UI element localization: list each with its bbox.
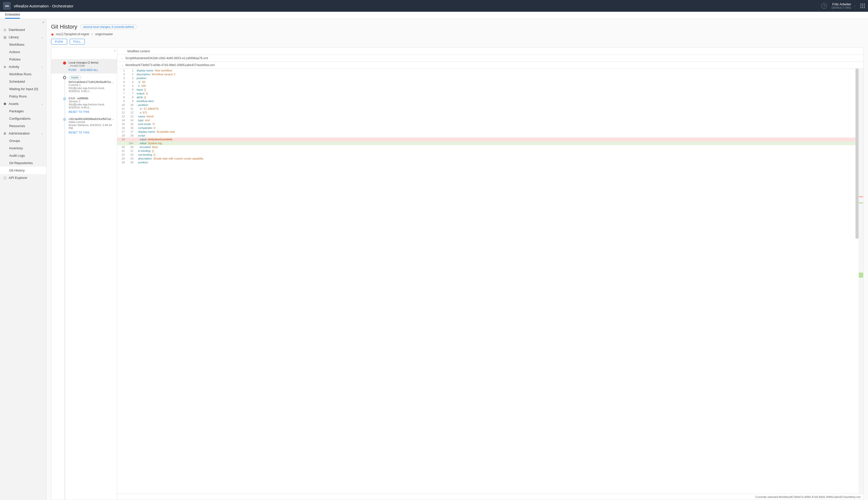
pull-button[interactable]: PULL [70, 39, 85, 44]
diff-line: 55 x: 100 [117, 84, 863, 88]
commit-title: Local changes (2 items) [69, 61, 114, 64]
diff-line: 77output: {} [117, 92, 863, 95]
page-title: Git History [51, 23, 77, 30]
sidebar-label: Policy Runs [9, 94, 27, 98]
sidebar-item-assets[interactable]: ⬢Assets⌄ [0, 100, 46, 107]
commit-author-date: fritz@coke.sqa-horizon.local, 9/3/2019, … [69, 103, 114, 109]
sidebar-item-packages[interactable]: Packages [0, 107, 46, 115]
apps-grid-icon[interactable] [860, 3, 865, 8]
diff-body[interactable]: 11display-name: New workflow22descriptio… [117, 69, 863, 493]
sidebar-item-waiting[interactable]: Waiting for Input (0) [0, 85, 46, 93]
library-icon: ▤ [3, 35, 7, 39]
branch-tag: master [69, 76, 81, 79]
sidebar-label: Scheduled [9, 80, 25, 83]
diff-line: 2222 out-binding: {} [117, 153, 863, 157]
chevron-down-icon: ⌄ [854, 4, 856, 8]
commit-message: Initial commit [69, 121, 114, 124]
diff-line: 2424 position: [117, 160, 863, 164]
commit-item[interactable]: 0.0.0 - ed98b8b Version 2 fritz@coke.sqa… [51, 95, 117, 115]
sidebar-label: Inventory [9, 146, 23, 150]
branch-icon: ⑂ [91, 32, 93, 36]
diff-line: 88attrib: [] [117, 95, 863, 99]
statusbar-path: Workflow/673b9d73-d09d-47d3-99e0-2f4851a… [779, 496, 860, 499]
commit-message: Commit 1 [69, 83, 114, 87]
sidebar-label: Configurations [9, 117, 31, 121]
sidebar-item-dashboard[interactable]: ◷Dashboard [0, 26, 46, 33]
git-icon: ◆ [51, 32, 54, 36]
chevron-down-icon: ⌄ [41, 102, 43, 105]
subtab-bar: Embedded [0, 12, 868, 19]
commit-title: 0.0.0 - ed98b8b [69, 97, 114, 100]
sidebar-item-git-repositories[interactable]: Git Repositories [0, 159, 46, 167]
sidebar-item-activity[interactable]: ≣Activity⌄ [0, 63, 46, 70]
vmware-logo: vm [3, 2, 11, 10]
sidebar-item-git-history[interactable]: Git History [0, 167, 46, 174]
commit-item[interactable]: master 0d7e1a63edc271d4128cf0a387ecd4808… [51, 73, 117, 95]
diff-file-path: ScriptModule/ee6342b8-c0b0-4d45-9933-e11… [125, 56, 208, 60]
commit-author-date: fritz@coke.sqa-horizon.local, 9/3/2019, … [69, 87, 114, 93]
push-link[interactable]: PUSH [69, 69, 76, 71]
diff-minimap[interactable] [858, 69, 863, 493]
sidebar-label: Waiting for Input (0) [9, 87, 38, 91]
sidebar-item-resources[interactable]: Resources [0, 122, 46, 130]
head-commit-dot-icon [63, 76, 66, 79]
chevron-down-icon: ⌄ [41, 65, 43, 68]
chevron-down-icon: ⌄ [41, 132, 43, 135]
commit-message: Version 2 [69, 100, 114, 103]
sidebar-label: Actions [9, 50, 20, 54]
sidebar-label: Git History [9, 169, 25, 172]
diff-line: 19+ value: System.log [117, 141, 863, 145]
tab-embedded[interactable]: Embedded [5, 11, 20, 19]
sidebar-item-api-explorer[interactable]: ▢API Explorer [0, 174, 46, 181]
commit-author-date: Rosen Stefanov, 9/3/2019, 3:49:24 PM [69, 124, 114, 130]
branch-name: origin/master [95, 32, 113, 36]
sidebar-item-configurations[interactable]: Configurations [0, 115, 46, 122]
diff-line: 44 'y': 50 [117, 80, 863, 84]
sidebar-label: Policies [9, 57, 21, 61]
diff-line: 22description: Workflow version 2 [117, 72, 863, 76]
sidebar-label: Git Repositories [9, 161, 33, 165]
user-menu[interactable]: Fritz Arbeiter DEFAULT-ORG ⌄ [832, 2, 856, 10]
api-icon: ▢ [3, 176, 7, 180]
commit-item[interactable]: c32c3a305104936ba923cef507a28e23897fd...… [51, 115, 117, 136]
history-collapse-icon[interactable]: « [114, 49, 115, 52]
sidebar: « ◷Dashboard ▤Library⌄ Workflows Actions… [0, 19, 46, 500]
sidebar-item-administration[interactable]: ✿Administration⌄ [0, 130, 46, 137]
sidebar-item-audit-logs[interactable]: Audit Logs [0, 152, 46, 159]
commit-local-changes[interactable]: Local changes (2 items) , Invalid Date P… [51, 59, 117, 73]
sidebar-item-workflows[interactable]: Workflows [0, 41, 46, 48]
diff-line: 1212 x: 971 [117, 111, 863, 115]
sidebar-label: Dashboard [9, 28, 25, 32]
sidebar-label: Audit Logs [9, 154, 25, 158]
help-icon[interactable]: ? [821, 3, 827, 9]
diff-line: 1515 end-mode: '0' [117, 122, 863, 126]
sidebar-collapse-icon[interactable]: « [42, 20, 44, 24]
sidebar-item-policies[interactable]: Policies [0, 56, 46, 63]
sidebar-item-groups[interactable]: Groups [0, 137, 46, 145]
sidebar-item-scheduled[interactable]: Scheduled [0, 78, 46, 85]
user-org: DEFAULT-ORG [832, 6, 851, 9]
reset-link[interactable]: RESET TO THIS [69, 111, 89, 113]
reset-link[interactable]: RESET TO THIS [69, 131, 89, 134]
push-button[interactable]: PUSH [51, 39, 67, 44]
sidebar-item-workflow-runs[interactable]: Workflow Runs [0, 70, 46, 78]
diff-line: 1010- position: [117, 103, 863, 107]
chevron-down-icon: ⌄ [41, 36, 43, 38]
scrollbar-thumb[interactable] [856, 69, 858, 239]
sidebar-label: Resources [9, 124, 25, 128]
diff-line: 19- value: VcSystemEventInfo [117, 138, 863, 141]
discard-all-link[interactable]: DISCARD ALL [80, 69, 99, 71]
diff-file-expanded[interactable]: ⌄ Workflow/673b9d73-d09d-47d3-99e0-2f485… [117, 62, 863, 69]
user-name: Fritz Arbeiter [832, 2, 851, 7]
sidebar-label: API Explorer [9, 176, 27, 180]
diff-line: 2323 description: Simple task with custo… [117, 157, 863, 160]
sidebar-item-actions[interactable]: Actions [0, 48, 46, 56]
sidebar-item-policy-runs[interactable]: Policy Runs [0, 93, 46, 100]
diff-header: Modified content [117, 48, 863, 55]
admin-icon: ✿ [3, 132, 7, 135]
activity-icon: ≣ [3, 65, 7, 69]
sidebar-item-inventory[interactable]: Inventory [0, 145, 46, 152]
diff-line: 1717- display-name: Scriptable task [117, 130, 863, 134]
diff-file-collapsed[interactable]: › ScriptModule/ee6342b8-c0b0-4d45-9933-e… [117, 55, 863, 62]
sidebar-item-library[interactable]: ▤Library⌄ [0, 33, 46, 41]
